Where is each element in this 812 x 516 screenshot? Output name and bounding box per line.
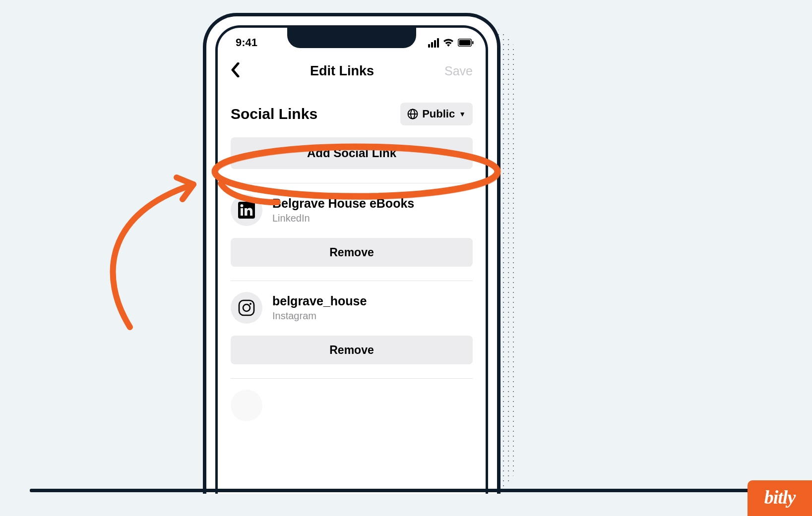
social-link-item-partial <box>218 379 486 421</box>
battery-icon <box>458 39 474 47</box>
svg-rect-1 <box>459 40 471 46</box>
wifi-icon <box>442 38 454 47</box>
page-title: Edit Links <box>310 63 374 79</box>
ground-line <box>30 489 782 492</box>
link-platform: Instagram <box>272 310 367 322</box>
visibility-label: Public <box>422 108 455 120</box>
visibility-selector[interactable]: Public ▼ <box>400 103 473 125</box>
link-title: Belgrave House eBooks <box>272 196 414 211</box>
instagram-icon <box>231 292 262 324</box>
cellular-icon <box>428 38 439 48</box>
svg-rect-9 <box>239 300 254 315</box>
bitly-logo-text: bitly <box>764 486 796 508</box>
unknown-icon <box>231 390 262 421</box>
status-indicators <box>428 38 474 48</box>
phone-frame: 9:41 Edit Links Save Socia <box>203 13 500 494</box>
back-button[interactable] <box>231 62 240 80</box>
annotation-arrow <box>113 177 193 327</box>
nav-header: Edit Links Save <box>218 57 486 90</box>
status-time: 9:41 <box>236 36 257 49</box>
phone-notch <box>287 26 416 48</box>
phone-screen: 9:41 Edit Links Save Socia <box>215 25 488 494</box>
svg-point-11 <box>250 303 251 305</box>
add-social-link-button[interactable]: Add Social Link <box>231 137 473 169</box>
linkedin-icon <box>231 194 262 226</box>
link-title: belgrave_house <box>272 294 367 308</box>
social-link-item: belgrave_house Instagram <box>218 281 486 332</box>
svg-point-8 <box>241 204 244 207</box>
caret-down-icon: ▼ <box>459 110 466 118</box>
bitly-logo-badge: bitly <box>748 480 812 516</box>
section-header: Social Links Public ▼ <box>218 90 486 134</box>
section-title: Social Links <box>231 106 317 122</box>
svg-point-10 <box>243 304 250 311</box>
remove-link-button[interactable]: Remove <box>231 336 473 364</box>
globe-icon <box>407 109 418 119</box>
social-link-item: Belgrave House eBooks LinkedIn <box>218 183 486 234</box>
save-button[interactable]: Save <box>444 64 473 78</box>
svg-rect-7 <box>241 208 243 216</box>
svg-rect-2 <box>472 41 474 44</box>
remove-link-button[interactable]: Remove <box>231 238 473 267</box>
link-platform: LinkedIn <box>272 213 414 224</box>
